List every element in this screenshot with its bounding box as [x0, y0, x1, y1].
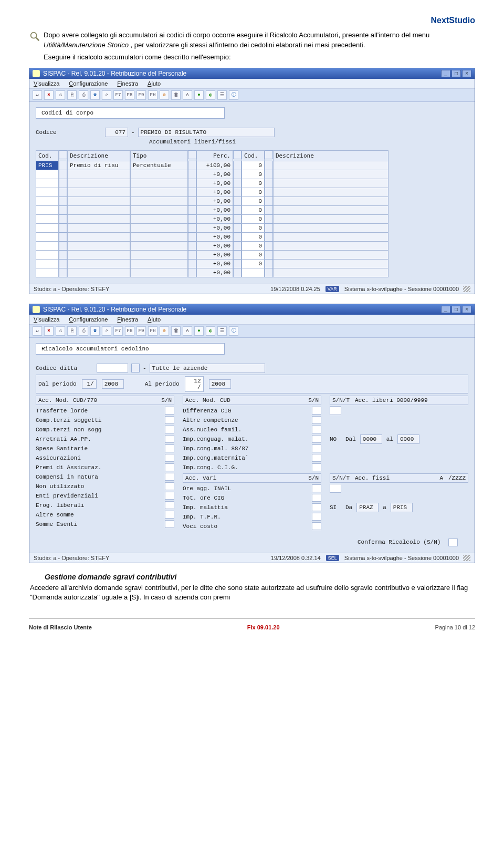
- toolbar-btn[interactable]: ☎: [90, 90, 100, 100]
- toolbar[interactable]: ↵ ✖ ⎌ ⎘ ⎙ ☎ ⌕ F7 F8 F9 FH ⊕ 🗑 A ● ◐ ☰ ⓘ: [29, 325, 475, 338]
- da-input[interactable]: PRAZ: [356, 503, 379, 512]
- field-input[interactable]: [312, 522, 321, 530]
- cell-btn[interactable]: [188, 197, 196, 206]
- cell-btn[interactable]: [188, 188, 196, 197]
- cell-cod[interactable]: [36, 206, 59, 215]
- cell-btn[interactable]: [59, 215, 67, 224]
- cell-cod2[interactable]: 0: [242, 170, 265, 179]
- cell-btn[interactable]: [265, 224, 273, 233]
- menu-aiuto[interactable]: Aiuto: [148, 316, 161, 323]
- menubar[interactable]: Visualizza Configurazione Finestra Aiuto: [29, 315, 475, 325]
- cell-btn[interactable]: [59, 206, 67, 215]
- toolbar-btn[interactable]: ⓘ: [229, 90, 238, 100]
- cell-cod2[interactable]: 0: [242, 260, 265, 268]
- close-button[interactable]: ×: [462, 306, 471, 313]
- cell-btn[interactable]: [188, 251, 196, 260]
- field-input[interactable]: [165, 473, 174, 481]
- lookup-button[interactable]: [131, 364, 140, 372]
- menubar[interactable]: VVisualizzaisualizza Configurazione Fine…: [29, 79, 475, 89]
- field-input[interactable]: [165, 511, 174, 519]
- cell-btn[interactable]: [233, 242, 242, 251]
- field-input[interactable]: [165, 520, 174, 528]
- toolbar-btn[interactable]: ☰: [217, 326, 227, 336]
- cell-btn[interactable]: [59, 242, 67, 251]
- toolbar-btn[interactable]: ⊕: [160, 326, 169, 336]
- cell-cod[interactable]: PRIS: [36, 161, 59, 170]
- grid-row[interactable]: +0,00: [36, 268, 468, 277]
- grid-row[interactable]: +0,000: [36, 179, 468, 188]
- grid-row[interactable]: +0,000: [36, 215, 468, 224]
- maximize-button[interactable]: □: [452, 306, 461, 313]
- titlebar[interactable]: SISPAC - Rel. 9.01.20 - Retribuzione del…: [29, 304, 475, 315]
- cell-btn[interactable]: [233, 260, 242, 268]
- cell-btn[interactable]: [188, 224, 196, 233]
- resize-grip[interactable]: [463, 286, 470, 292]
- toolbar-btn[interactable]: ⎌: [56, 326, 65, 336]
- cell-cod[interactable]: [36, 224, 59, 233]
- cell-cod2[interactable]: 0: [242, 251, 265, 260]
- confirm-input[interactable]: [448, 539, 458, 546]
- field-input[interactable]: [312, 484, 321, 492]
- menu-configurazione[interactable]: Configurazione: [69, 80, 108, 87]
- grid-row[interactable]: +0,000: [36, 233, 468, 242]
- toolbar-btn[interactable]: ↵: [33, 90, 42, 100]
- cell-btn[interactable]: [188, 260, 196, 268]
- cell-btn[interactable]: [265, 206, 273, 215]
- cell-btn[interactable]: [233, 251, 242, 260]
- cell-cod2[interactable]: 0: [242, 197, 265, 206]
- cell-btn[interactable]: [188, 170, 196, 179]
- cell-cod[interactable]: [36, 233, 59, 242]
- cell-btn[interactable]: [233, 206, 242, 215]
- toolbar-btn[interactable]: ⊕: [160, 90, 169, 100]
- cell-btn[interactable]: [188, 179, 196, 188]
- grid-row[interactable]: PRISPremio di risuPercentuale+100,000: [36, 161, 468, 170]
- cell-cod2[interactable]: 0: [242, 161, 265, 170]
- cell-btn[interactable]: [59, 224, 67, 233]
- grid-row[interactable]: +0,000: [36, 251, 468, 260]
- toolbar-btn[interactable]: ⎌: [56, 90, 65, 100]
- menu-configurazione[interactable]: Configurazione: [69, 316, 108, 323]
- cell-cod2[interactable]: 0: [242, 215, 265, 224]
- close-button[interactable]: ×: [462, 70, 471, 77]
- field-input[interactable]: [312, 463, 321, 471]
- field-input[interactable]: [165, 426, 174, 433]
- field-input[interactable]: [312, 494, 321, 502]
- toolbar-btn[interactable]: ✖: [44, 326, 54, 336]
- field-input[interactable]: [312, 454, 321, 462]
- field-input[interactable]: [312, 513, 321, 521]
- col-button[interactable]: [233, 150, 242, 159]
- toolbar-btn[interactable]: ⎙: [79, 326, 88, 336]
- colC-input[interactable]: [330, 406, 341, 415]
- field-input[interactable]: [165, 444, 174, 452]
- toolbar-btn[interactable]: F7: [113, 326, 123, 336]
- cell-cod[interactable]: [36, 268, 59, 277]
- menu-finestra[interactable]: Finestra: [117, 80, 138, 87]
- menu-visualizza[interactable]: VVisualizzaisualizza: [34, 80, 59, 87]
- grid-row[interactable]: +0,000: [36, 260, 468, 268]
- cell-btn[interactable]: [233, 268, 242, 277]
- menu-visualizza[interactable]: Visualizza: [34, 316, 59, 323]
- toolbar-btn[interactable]: ◐: [206, 90, 215, 100]
- cell-cod[interactable]: [36, 251, 59, 260]
- menu-finestra[interactable]: Finestra: [117, 316, 138, 323]
- grid-row[interactable]: +0,000: [36, 242, 468, 251]
- cell-btn[interactable]: [233, 215, 242, 224]
- field-input[interactable]: [165, 435, 174, 443]
- col-button[interactable]: [59, 150, 67, 159]
- cell-btn[interactable]: [59, 179, 67, 188]
- cell-cod2[interactable]: 0: [242, 206, 265, 215]
- toolbar-btn[interactable]: A: [183, 326, 192, 336]
- col-button[interactable]: [265, 150, 273, 159]
- cell-btn[interactable]: [265, 242, 273, 251]
- codice-value[interactable]: 077: [105, 128, 128, 137]
- cell-btn[interactable]: [188, 268, 196, 277]
- grid-row[interactable]: +0,000: [36, 224, 468, 233]
- dal-month[interactable]: 1/: [82, 379, 97, 389]
- cell-btn[interactable]: [265, 161, 273, 170]
- toolbar-btn[interactable]: ●: [194, 326, 204, 336]
- grid-row[interactable]: +0,000: [36, 206, 468, 215]
- field-input[interactable]: [312, 407, 321, 415]
- toolbar-btn[interactable]: ☎: [90, 326, 100, 336]
- titlebar[interactable]: SISPAC - Rel. 9.01.20 - Retribuzione del…: [29, 68, 475, 79]
- minimize-button[interactable]: _: [441, 70, 450, 77]
